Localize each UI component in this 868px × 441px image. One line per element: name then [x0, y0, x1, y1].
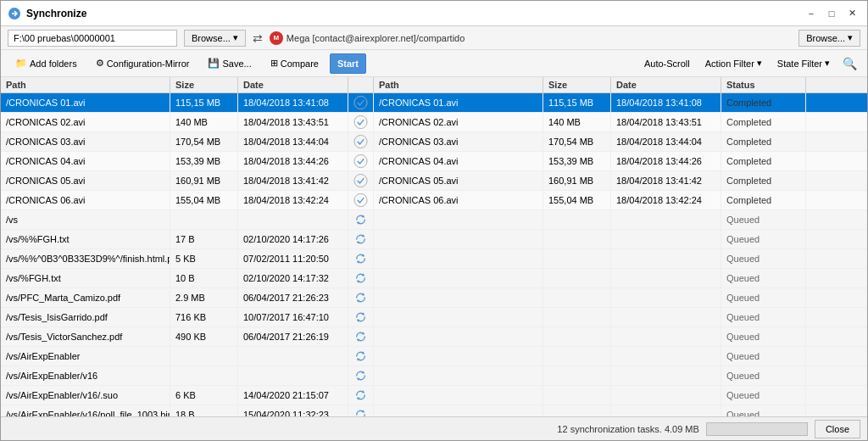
right-date-cell [611, 347, 721, 366]
table-row[interactable]: /vs/PFC_Marta_Camizo.pdf 2.9 MB 06/04/20… [1, 288, 867, 308]
table-row[interactable]: /vs/Tesis_IsisGarrido.pdf 716 KB 10/07/2… [1, 308, 867, 327]
left-path-cell: /vs [1, 210, 170, 229]
left-size-cell: 716 KB [170, 308, 238, 327]
table-row[interactable]: /CRONICAS 03.avi 170,54 MB 18/04/2018 13… [1, 132, 867, 152]
right-date-cell [611, 210, 721, 229]
right-size-cell: 155,04 MB [543, 191, 611, 209]
right-size-cell [543, 405, 611, 416]
left-path-cell: /vs/%%FGH.txt [1, 230, 170, 248]
table-row[interactable]: /CRONICAS 06.avi 155,04 MB 18/04/2018 13… [1, 191, 867, 210]
status-cell: Queued [721, 308, 806, 327]
left-size-cell: 10 B [170, 269, 238, 287]
state-filter-button[interactable]: State Filter ▾ [771, 53, 836, 74]
action-filter-arrow: ▾ [757, 58, 762, 69]
right-path-cell [374, 308, 543, 327]
table-row[interactable]: /vs/%%FGH.txt 17 B 02/10/2020 14:17:26 Q… [1, 230, 867, 249]
right-browse-button[interactable]: Browse... ▾ [798, 30, 860, 47]
left-path-cell: /CRONICAS 05.avi [1, 171, 170, 190]
start-button[interactable]: Start [330, 53, 366, 74]
table-row[interactable]: /vs/%%^0B3^0B33E3D9%^/finish.html.php 5 … [1, 249, 867, 269]
sync-icon-cell [348, 191, 374, 209]
right-path-cell [374, 269, 543, 287]
right-date-cell [611, 249, 721, 268]
sync-icon-cell [348, 113, 374, 131]
table-row[interactable]: /vs/AirExpEnabler/v16/.suo 6 KB 14/04/20… [1, 386, 867, 405]
table-body[interactable]: /CRONICAS 01.avi 115,15 MB 18/04/2018 13… [1, 93, 867, 416]
save-icon: 💾 [208, 58, 220, 69]
sync-icon-cell [348, 210, 374, 229]
sync-icon-cell [348, 230, 374, 248]
left-date-cell: 18/04/2018 13:42:24 [238, 191, 348, 209]
maximize-button[interactable]: □ [823, 7, 840, 20]
header-right-size: Size [543, 77, 611, 92]
sync-icon-cell [348, 269, 374, 287]
table-row[interactable]: /vs/AirExpEnabler/v16/poll_file_1003.bin… [1, 405, 867, 416]
table-row[interactable]: /CRONICAS 04.avi 153,39 MB 18/04/2018 13… [1, 152, 867, 171]
close-window-button[interactable]: ✕ [843, 7, 860, 20]
status-cell: Queued [721, 249, 806, 268]
table-row[interactable]: /vs/AirExpEnabler Queued [1, 347, 867, 366]
minimize-button[interactable]: − [803, 7, 820, 20]
left-path-input[interactable] [8, 30, 177, 47]
sync-icon-cell [348, 132, 374, 151]
table-row[interactable]: /CRONICAS 02.avi 140 MB 18/04/2018 13:43… [1, 113, 867, 132]
main-window: Synchronize − □ ✕ Browse... ▾ ⇄ M Mega [… [0, 0, 868, 441]
right-date-cell [611, 269, 721, 287]
mega-icon: M [270, 31, 283, 45]
left-date-cell: 18/04/2018 13:44:04 [238, 132, 348, 151]
compare-button[interactable]: ⊞ Compare [263, 53, 326, 74]
window-title: Synchronize [26, 8, 86, 20]
action-filter-label: Action Filter [705, 59, 754, 69]
left-size-cell: 490 KB [170, 327, 238, 346]
sync-icon-cell [348, 386, 374, 405]
left-date-cell: 18/04/2018 13:44:26 [238, 152, 348, 170]
table-row[interactable]: /CRONICAS 01.avi 115,15 MB 18/04/2018 13… [1, 93, 867, 113]
table-row[interactable]: /vs Queued [1, 210, 867, 230]
left-size-cell: 170,54 MB [170, 132, 238, 151]
sync-icon-cell [348, 152, 374, 170]
left-date-cell: 02/10/2020 14:17:26 [238, 230, 348, 248]
right-size-cell: 153,39 MB [543, 152, 611, 170]
configuration-mirror-button[interactable]: ⚙ Configuration-Mirror [88, 53, 198, 74]
left-date-cell: 14/04/2020 21:15:07 [238, 386, 348, 405]
header-status: Status [721, 77, 806, 92]
left-browse-button[interactable]: Browse... ▾ [184, 30, 246, 47]
right-path-cell [374, 347, 543, 366]
right-path-cell: /CRONICAS 04.avi [374, 152, 543, 170]
auto-scroll-button[interactable]: Auto-Scroll [638, 53, 696, 74]
search-button[interactable]: 🔍 [839, 55, 860, 72]
table-row[interactable]: /vs/Tesis_VictorSanchez.pdf 490 KB 06/04… [1, 327, 867, 347]
header-left-path: Path [1, 77, 170, 92]
sync-queued-icon [353, 212, 368, 227]
left-path-cell: /vs/Tesis_VictorSanchez.pdf [1, 327, 170, 346]
right-path-cell [374, 327, 543, 346]
add-folders-icon: 📁 [15, 58, 27, 69]
left-date-cell [238, 210, 348, 229]
save-button[interactable]: 💾 Save... [200, 53, 259, 74]
status-cell: Completed [721, 171, 806, 190]
config-mirror-icon: ⚙ [96, 58, 104, 69]
swap-button[interactable]: ⇄ [253, 31, 263, 45]
table-row[interactable]: /vs/%FGH.txt 10 B 02/10/2020 14:17:32 Qu… [1, 269, 867, 288]
left-path-cell: /CRONICAS 03.avi [1, 132, 170, 151]
right-path-text: Mega [contact@airexplorer.net]/compartid… [287, 33, 465, 43]
action-filter-button[interactable]: Action Filter ▾ [699, 53, 768, 74]
right-date-cell [611, 288, 721, 307]
right-size-cell [543, 288, 611, 307]
right-path-cell: /CRONICAS 05.avi [374, 171, 543, 190]
right-size-cell: 170,54 MB [543, 132, 611, 151]
right-size-cell [543, 269, 611, 287]
sync-icon-cell [348, 249, 374, 268]
add-folders-button[interactable]: 📁 Add folders [8, 53, 85, 74]
right-date-cell [611, 405, 721, 416]
close-button[interactable]: Close [815, 420, 860, 438]
left-path-cell: /vs/PFC_Marta_Camizo.pdf [1, 288, 170, 307]
right-date-cell [611, 230, 721, 248]
left-date-cell: 06/04/2017 21:26:19 [238, 327, 348, 346]
table-row[interactable]: /CRONICAS 05.avi 160,91 MB 18/04/2018 13… [1, 171, 867, 191]
status-cell: Queued [721, 230, 806, 248]
left-size-cell: 153,39 MB [170, 152, 238, 170]
left-date-cell [238, 347, 348, 366]
table-row[interactable]: /vs/AirExpEnabler/v16 Queued [1, 366, 867, 386]
left-path-cell: /vs/Tesis_IsisGarrido.pdf [1, 308, 170, 327]
